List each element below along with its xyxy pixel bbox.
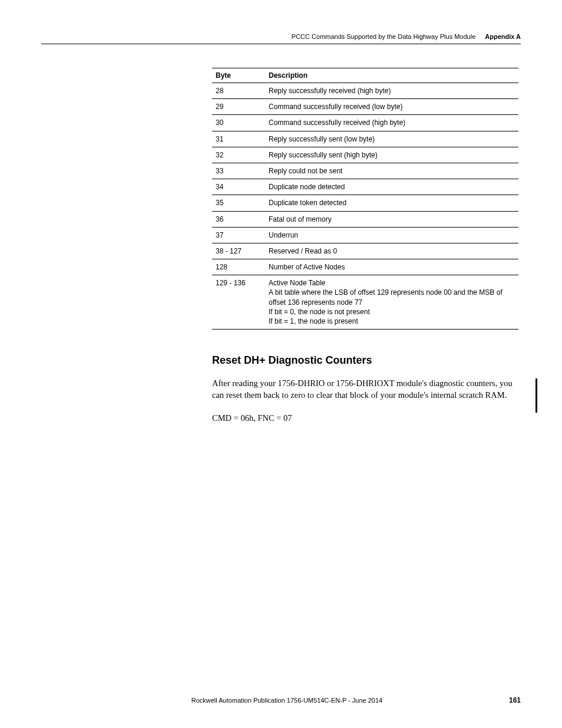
table-row: 129 - 136Active Node TableA bit table wh… [212,275,518,330]
footer-page-number: 161 [509,696,521,704]
cell-byte: 28 [212,83,265,99]
appendix-label: Appendix A [485,33,521,40]
cell-byte: 31 [212,131,265,147]
cell-description: Duplicate node detected [265,179,518,195]
footer-publication: Rockwell Automation Publication 1756-UM5… [65,697,509,704]
cell-description: Reply successfully sent (low byte) [265,131,518,147]
cell-byte: 128 [212,259,265,275]
table-row: 32Reply successfully sent (high byte) [212,147,518,163]
table-row: 37Underrun [212,227,518,243]
cell-description: Command successfully received (low byte) [265,99,518,115]
cell-description: Number of Active Nodes [265,259,518,275]
cell-description: Reserved / Read as 0 [265,243,518,259]
section-paragraph-1: After reading your 1756-DHRIO or 1756-DH… [212,377,518,401]
cell-byte: 37 [212,227,265,243]
page-footer: Rockwell Automation Publication 1756-UM5… [41,696,521,704]
cell-description: Reply could not be sent [265,163,518,179]
table-row: 128Number of Active Nodes [212,259,518,275]
table-row: 38 - 127Reserved / Read as 0 [212,243,518,259]
cell-byte: 36 [212,211,265,227]
header-rule [41,44,521,44]
cell-description: Duplicate token detected [265,195,518,211]
cell-description: Active Node TableA bit table where the L… [265,275,518,330]
section-heading: Reset DH+ Diagnostic Counters [212,354,521,367]
change-bar-icon [535,378,537,413]
cell-description: Command successfully received (high byte… [265,115,518,131]
cell-byte: 30 [212,115,265,131]
table-row: 30Command successfully received (high by… [212,115,518,131]
cell-description: Underrun [265,227,518,243]
cell-description: Fatal out of memory [265,211,518,227]
col-header-description: Description [265,68,518,83]
cell-byte: 32 [212,147,265,163]
table-row: 29Command successfully received (low byt… [212,99,518,115]
table-row: 28Reply successfully received (high byte… [212,83,518,99]
table-row: 34Duplicate node detected [212,179,518,195]
byte-description-table: Byte Description 28Reply successfully re… [212,68,518,330]
section-paragraph-2: CMD = 06h, FNC = 07 [212,412,518,424]
cell-description: Reply successfully received (high byte) [265,83,518,99]
table-row: 35Duplicate token detected [212,195,518,211]
cell-byte: 34 [212,179,265,195]
cell-byte: 35 [212,195,265,211]
cell-byte: 129 - 136 [212,275,265,330]
table-row: 31Reply successfully sent (low byte) [212,131,518,147]
running-header: PCCC Commands Supported by the Data High… [41,33,521,44]
table-row: 36Fatal out of memory [212,211,518,227]
cell-byte: 38 - 127 [212,243,265,259]
table-row: 33Reply could not be sent [212,163,518,179]
col-header-byte: Byte [212,68,265,83]
cell-byte: 29 [212,99,265,115]
cell-byte: 33 [212,163,265,179]
cell-description: Reply successfully sent (high byte) [265,147,518,163]
header-title: PCCC Commands Supported by the Data High… [292,33,475,40]
